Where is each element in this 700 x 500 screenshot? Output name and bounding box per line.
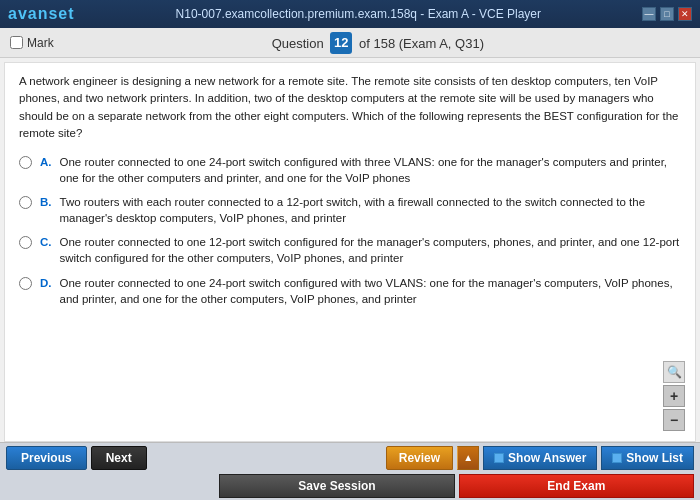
option-c-letter: C. (40, 234, 52, 250)
previous-button[interactable]: Previous (6, 446, 87, 470)
mark-label[interactable]: Mark (10, 36, 54, 50)
option-d-text: One router connected to one 24-port swit… (60, 275, 682, 307)
option-a-radio[interactable] (19, 156, 32, 169)
option-d: D. One router connected to one 24-port s… (19, 275, 681, 307)
bottom-row2: Save Session End Exam (0, 472, 700, 500)
option-a-text: One router connected to one 24-port swit… (60, 154, 682, 186)
show-answer-icon (494, 453, 504, 463)
window-controls[interactable]: — □ ✕ (642, 7, 692, 21)
question-info: Question 12 of 158 (Exam A, Q31) (66, 32, 690, 54)
toolbar: Mark Question 12 of 158 (Exam A, Q31) (0, 28, 700, 58)
minimize-button[interactable]: — (642, 7, 656, 21)
logo-area: avanset (8, 5, 75, 23)
show-list-button[interactable]: Show List (601, 446, 694, 470)
option-a: A. One router connected to one 24-port s… (19, 154, 681, 186)
bottom-row1: Previous Next Review ▲ Show Answer Show … (0, 443, 700, 472)
end-exam-button[interactable]: End Exam (459, 474, 694, 498)
option-a-letter: A. (40, 154, 52, 170)
bottom-bar: Previous Next Review ▲ Show Answer Show … (0, 442, 700, 500)
search-icon[interactable]: 🔍 (663, 361, 685, 383)
review-button[interactable]: Review (386, 446, 453, 470)
save-session-button[interactable]: Save Session (219, 474, 454, 498)
zoom-in-button[interactable]: + (663, 385, 685, 407)
title-bar: avanset N10-007.examcollection.premium.e… (0, 0, 700, 28)
option-b: B. Two routers with each router connecte… (19, 194, 681, 226)
options-list: A. One router connected to one 24-port s… (19, 154, 681, 307)
show-answer-button[interactable]: Show Answer (483, 446, 597, 470)
option-b-text: Two routers with each router connected t… (60, 194, 682, 226)
option-d-radio[interactable] (19, 277, 32, 290)
option-c: C. One router connected to one 12-port s… (19, 234, 681, 266)
content-area: A network engineer is designing a new ne… (4, 62, 696, 442)
option-d-letter: D. (40, 275, 52, 291)
main-area: Mark Question 12 of 158 (Exam A, Q31) A … (0, 28, 700, 500)
option-c-text: One router connected to one 12-port swit… (60, 234, 682, 266)
logo-prefix: avan (8, 5, 48, 22)
zoom-out-button[interactable]: − (663, 409, 685, 431)
logo: avanset (8, 5, 75, 23)
window-title: N10-007.examcollection.premium.exam.158q… (75, 7, 642, 21)
review-arrow-button[interactable]: ▲ (457, 446, 479, 470)
option-c-radio[interactable] (19, 236, 32, 249)
maximize-button[interactable]: □ (660, 7, 674, 21)
logo-suffix: set (48, 5, 74, 22)
question-number: 12 (330, 32, 352, 54)
option-b-radio[interactable] (19, 196, 32, 209)
question-text: A network engineer is designing a new ne… (19, 73, 681, 142)
mark-checkbox[interactable] (10, 36, 23, 49)
option-b-letter: B. (40, 194, 52, 210)
next-button[interactable]: Next (91, 446, 147, 470)
show-list-icon (612, 453, 622, 463)
close-button[interactable]: ✕ (678, 7, 692, 21)
zoom-controls: 🔍 + − (663, 361, 685, 431)
